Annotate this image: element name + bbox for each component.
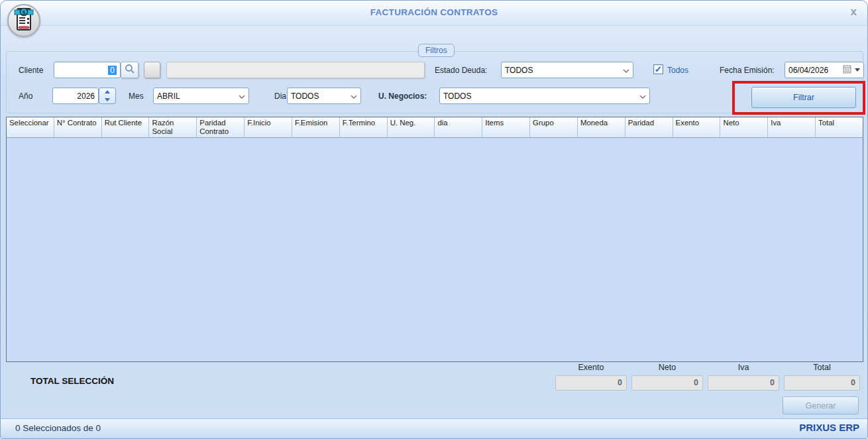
- invoice-document-icon: $: [11, 6, 36, 35]
- todos-checkbox[interactable]: ✓: [653, 64, 663, 74]
- table-column-header[interactable]: Total: [816, 117, 863, 137]
- u-negocios-label: U. Negocios:: [378, 92, 427, 101]
- table-header-row: SeleccionarN° ContratoRut ClienteRazón S…: [7, 117, 863, 138]
- table-column-header[interactable]: Neto: [720, 117, 768, 137]
- contracts-table: SeleccionarN° ContratoRut ClienteRazón S…: [6, 117, 863, 362]
- fecha-emision-value: 06/04/2026: [788, 66, 828, 75]
- chevron-down-icon: [239, 92, 245, 101]
- dia-label: Dia: [274, 92, 286, 101]
- generar-button[interactable]: Generar: [783, 397, 859, 414]
- table-column-header[interactable]: F.Emision: [292, 117, 340, 137]
- table-column-header[interactable]: Exento: [673, 117, 721, 137]
- table-column-header[interactable]: Moneda: [578, 117, 625, 137]
- red-highlight-annotation: [732, 81, 865, 115]
- table-column-header[interactable]: Seleccionar: [7, 117, 54, 137]
- u-negocios-value: TODOS: [443, 92, 471, 101]
- totals-row: Exento 0 Neto 0 Iva 0 Total 0: [555, 363, 865, 391]
- check-icon: ✓: [655, 65, 662, 74]
- cliente-search-button[interactable]: [121, 62, 138, 78]
- table-column-header[interactable]: dia: [435, 117, 482, 137]
- total-field-label: Iva: [708, 363, 779, 372]
- total-field: Neto 0: [631, 363, 703, 391]
- total-seleccion-label: TOTAL SELECCIÓN: [30, 376, 114, 386]
- total-field-value: 0: [784, 375, 860, 391]
- total-field-value: 0: [631, 375, 703, 391]
- total-field-label: Exento: [555, 363, 627, 372]
- chevron-down-icon: [623, 66, 629, 75]
- u-negocios-select[interactable]: TODOS: [439, 88, 650, 104]
- estado-deuda-label: Estado Deuda:: [435, 66, 487, 75]
- table-column-header[interactable]: Items: [482, 117, 530, 137]
- total-field-label: Total: [784, 363, 860, 372]
- table-column-header[interactable]: Razón Social: [149, 117, 197, 137]
- table-body-empty[interactable]: [7, 138, 863, 363]
- total-field-value: 0: [555, 375, 627, 391]
- status-brand: PRIXUS ERP: [799, 422, 859, 433]
- cliente-clear-button[interactable]: [144, 62, 160, 78]
- total-field-label: Neto: [631, 363, 703, 372]
- fecha-emision-label: Fecha Emisión:: [720, 66, 775, 75]
- total-field: Total 0: [784, 363, 860, 391]
- anio-value: 2026: [77, 92, 95, 101]
- chevron-down-icon: [639, 92, 646, 101]
- total-field-value: 0: [708, 375, 779, 391]
- mes-value: ABRIL: [157, 92, 180, 101]
- table-column-header[interactable]: Paridad: [625, 117, 673, 137]
- cliente-code-value: 0: [108, 66, 117, 75]
- table-column-header[interactable]: Grupo: [530, 117, 578, 137]
- date-dropdown-arrow-icon[interactable]: [855, 68, 860, 72]
- dia-select[interactable]: TODOS: [287, 88, 361, 104]
- table-column-header[interactable]: Iva: [768, 117, 816, 137]
- facturacion-contratos-window: FACTURACIÓN CONTRATOS x $ Filtros Client…: [0, 0, 868, 439]
- estado-deuda-select[interactable]: TODOS: [501, 62, 633, 78]
- mes-label: Mes: [129, 92, 144, 101]
- filters-group-label: Filtros: [418, 44, 455, 57]
- table-column-header[interactable]: Rut Cliente: [102, 117, 150, 137]
- app-menu-button[interactable]: $: [7, 4, 40, 37]
- search-icon: [125, 64, 135, 77]
- svg-text:$: $: [22, 9, 25, 16]
- fecha-emision-datepicker[interactable]: 06/04/2026: [785, 62, 864, 78]
- todos-checkbox-label[interactable]: Todos: [667, 66, 688, 75]
- status-bar: 0 Seleccionados de 0 PRIXUS ERP: [1, 418, 867, 438]
- status-selected-count: 0 Seleccionados de 0: [15, 423, 101, 433]
- mes-select[interactable]: ABRIL: [153, 88, 249, 104]
- spinner-up-icon[interactable]: [99, 88, 115, 96]
- total-field: Exento 0: [555, 363, 627, 391]
- cliente-label: Cliente: [19, 66, 43, 75]
- cliente-name-field: [166, 62, 425, 78]
- table-column-header[interactable]: N° Contrato: [54, 117, 102, 137]
- table-column-header[interactable]: F.Inicio: [244, 117, 292, 137]
- close-icon[interactable]: x: [851, 5, 857, 19]
- anio-input[interactable]: 2026: [52, 88, 99, 104]
- total-field: Iva 0: [708, 363, 779, 391]
- table-column-header[interactable]: Paridad Contrato: [197, 117, 244, 137]
- window-title: FACTURACIÓN CONTRATOS: [1, 7, 867, 17]
- calendar-icon: [843, 65, 852, 76]
- spinner-down-icon[interactable]: [99, 96, 115, 104]
- dia-value: TODOS: [291, 92, 319, 101]
- estado-deuda-value: TODOS: [505, 66, 533, 75]
- cliente-code-input[interactable]: 0: [54, 62, 121, 78]
- chevron-down-icon: [351, 92, 357, 101]
- table-column-header[interactable]: F.Termino: [340, 117, 388, 137]
- anio-label: Año: [19, 92, 32, 101]
- table-column-header[interactable]: U. Neg.: [388, 117, 435, 137]
- anio-spinner[interactable]: [99, 88, 116, 104]
